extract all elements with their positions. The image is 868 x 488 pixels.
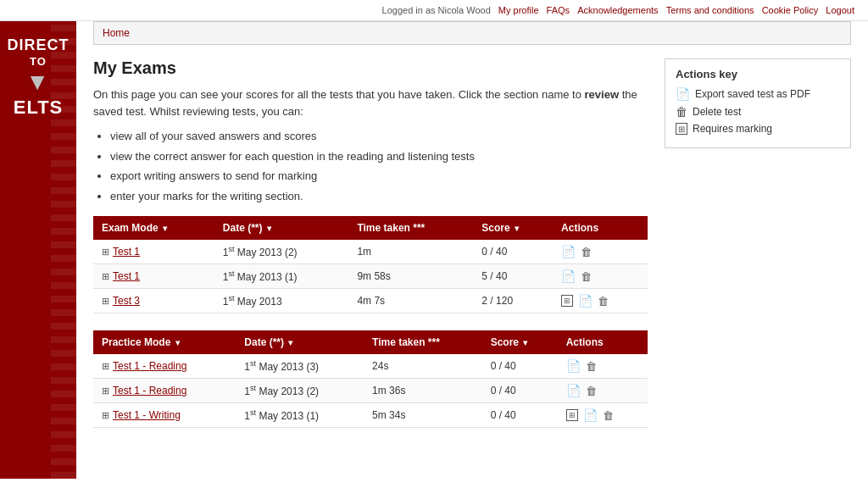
row-actions-cell: 📄🗑 [558, 379, 648, 403]
action-icons: ⊞📄🗑 [561, 294, 639, 308]
action-icons: ⊞📄🗑 [566, 408, 639, 422]
actions-key-title: Actions key [676, 68, 840, 80]
bullet-2: view the correct answer for each questio… [110, 148, 648, 165]
row-name-cell: ⊞Test 1 [93, 264, 214, 289]
bullet-4: enter your marks for the writing section… [110, 188, 648, 205]
main-content: Home My Exams On this page you can see y… [76, 21, 868, 479]
trash-icon[interactable]: 🗑 [581, 246, 592, 258]
top-bar: Logged in as Nicola Wood My profile FAQs… [0, 0, 868, 21]
breadcrumb-bar: Home [93, 21, 851, 45]
exam-table-section: Exam Mode ▾ Date (**) ▾ Time taken *** S… [93, 216, 648, 313]
delete-icon: 🗑 [676, 105, 687, 119]
test-link[interactable]: Test 1 - Writing [113, 409, 181, 421]
trash-icon[interactable]: 🗑 [598, 295, 609, 308]
test-link[interactable]: Test 1 [113, 270, 140, 282]
marking-icon: ⊞ [561, 295, 573, 307]
logout-link[interactable]: Logout [826, 5, 854, 15]
pdf-icon[interactable]: 📄 [578, 294, 593, 308]
row-name-cell: ⊞Test 1 [93, 240, 214, 264]
exam-table: Exam Mode ▾ Date (**) ▾ Time taken *** S… [93, 216, 648, 313]
expand-icon[interactable]: ⊞ [102, 296, 109, 306]
expand-icon[interactable]: ⊞ [102, 271, 109, 281]
practice-table-header-row: Practice Mode ▾ Date (**) ▾ Time taken *… [93, 330, 648, 354]
row-name-cell: ⊞Test 3 [93, 289, 214, 313]
my-profile-link[interactable]: My profile [498, 5, 539, 15]
practice-col-actions: Actions [558, 330, 648, 354]
marking-icon: ⊞ [566, 409, 578, 421]
breadcrumb-home-link[interactable]: Home [103, 27, 130, 39]
row-time-cell: 9m 58s [348, 264, 473, 289]
table-row: ⊞Test 1 - Writing1st May 2013 (1)5m 34s0… [93, 403, 648, 428]
pdf-icon: 📄 [676, 87, 690, 101]
practice-tbody: ⊞Test 1 - Reading1st May 2013 (3)24s0 / … [93, 354, 648, 428]
intro-text: On this page you can see your scores for… [93, 86, 648, 119]
row-date-cell: 1st May 2013 (1) [214, 264, 349, 289]
row-date-cell: 1st May 2013 (1) [236, 403, 364, 428]
row-name-cell: ⊞Test 1 - Reading [93, 354, 236, 379]
trash-icon[interactable]: 🗑 [603, 409, 614, 422]
expand-icon[interactable]: ⊞ [102, 410, 109, 420]
practice-col-mode[interactable]: Practice Mode ▾ [93, 330, 236, 354]
action-icons: 📄🗑 [566, 359, 639, 373]
table-row: ⊞Test 1 - Reading1st May 2013 (3)24s0 / … [93, 354, 648, 379]
expand-icon[interactable]: ⊞ [102, 361, 109, 371]
faqs-link[interactable]: FAQs [547, 5, 570, 15]
row-time-cell: 4m 7s [348, 289, 473, 313]
row-time-cell: 24s [364, 354, 482, 379]
row-score-cell: 2 / 120 [473, 289, 553, 313]
actions-key-marking: ⊞ Requires marking [676, 123, 840, 135]
pdf-icon[interactable]: 📄 [566, 359, 581, 373]
test-link[interactable]: Test 1 [113, 246, 140, 258]
expand-icon[interactable]: ⊞ [102, 247, 109, 257]
row-name-cell: ⊞Test 1 - Writing [93, 403, 236, 428]
row-actions-cell: 📄🗑 [553, 240, 648, 264]
row-date-cell: 1st May 2013 (2) [236, 379, 364, 403]
expand-icon[interactable]: ⊞ [102, 385, 109, 396]
practice-col-time: Time taken *** [364, 330, 482, 354]
actions-key: Actions key 📄 Export saved test as PDF 🗑… [665, 58, 851, 148]
exam-col-actions: Actions [553, 216, 648, 240]
trash-icon[interactable]: 🗑 [586, 385, 597, 397]
exam-tbody: ⊞Test 11st May 2013 (2)1m0 / 40📄🗑⊞Test 1… [93, 240, 648, 313]
table-row: ⊞Test 1 - Reading1st May 2013 (2)1m 36s0… [93, 379, 648, 403]
row-time-cell: 1m [348, 240, 473, 264]
row-date-cell: 1st May 2013 [214, 289, 349, 313]
action-icons: 📄🗑 [561, 245, 639, 258]
row-score-cell: 0 / 40 [482, 403, 558, 428]
test-link[interactable]: Test 1 - Reading [113, 385, 186, 396]
exam-col-score[interactable]: Score ▾ [473, 216, 553, 240]
pdf-icon[interactable]: 📄 [561, 269, 576, 283]
test-link[interactable]: Test 3 [113, 295, 140, 307]
exam-col-date[interactable]: Date (**) ▾ [214, 216, 349, 240]
table-row: ⊞Test 11st May 2013 (2)1m0 / 40📄🗑 [93, 240, 648, 264]
practice-col-score[interactable]: Score ▾ [482, 330, 558, 354]
bullet-3: export writing answers to send for marki… [110, 168, 648, 185]
sidebar: DIRECT TO ▼ ELTS [0, 21, 76, 479]
pdf-icon[interactable]: 📄 [583, 408, 598, 422]
row-time-cell: 1m 36s [364, 379, 482, 403]
row-score-cell: 5 / 40 [473, 264, 553, 289]
table-row: ⊞Test 31st May 20134m 7s2 / 120⊞📄🗑 [93, 289, 648, 313]
row-date-cell: 1st May 2013 (2) [214, 240, 349, 264]
page-title: My Exams [93, 58, 648, 78]
acknowledgements-link[interactable]: Acknowledgements [577, 5, 658, 15]
trash-icon[interactable]: 🗑 [581, 270, 592, 283]
test-link[interactable]: Test 1 - Reading [113, 360, 186, 372]
action-icons: 📄🗑 [566, 384, 639, 397]
cookie-policy-link[interactable]: Cookie Policy [762, 5, 819, 15]
page-left: My Exams On this page you can see your s… [93, 58, 648, 445]
pdf-icon[interactable]: 📄 [561, 245, 576, 258]
practice-col-date[interactable]: Date (**) ▾ [236, 330, 364, 354]
terms-link[interactable]: Terms and conditions [666, 5, 754, 15]
trash-icon[interactable]: 🗑 [586, 360, 597, 373]
exam-col-mode[interactable]: Exam Mode ▾ [93, 216, 214, 240]
actions-key-marking-label: Requires marking [693, 123, 772, 135]
row-time-cell: 5m 34s [364, 403, 482, 428]
actions-key-delete: 🗑 Delete test [676, 105, 840, 119]
sidebar-pattern [51, 21, 76, 479]
pdf-icon[interactable]: 📄 [566, 384, 581, 397]
bullet-list: view all of your saved answers and score… [110, 128, 648, 204]
row-score-cell: 0 / 40 [482, 379, 558, 403]
table-row: ⊞Test 11st May 2013 (1)9m 58s5 / 40📄🗑 [93, 264, 648, 289]
exam-table-header-row: Exam Mode ▾ Date (**) ▾ Time taken *** S… [93, 216, 648, 240]
